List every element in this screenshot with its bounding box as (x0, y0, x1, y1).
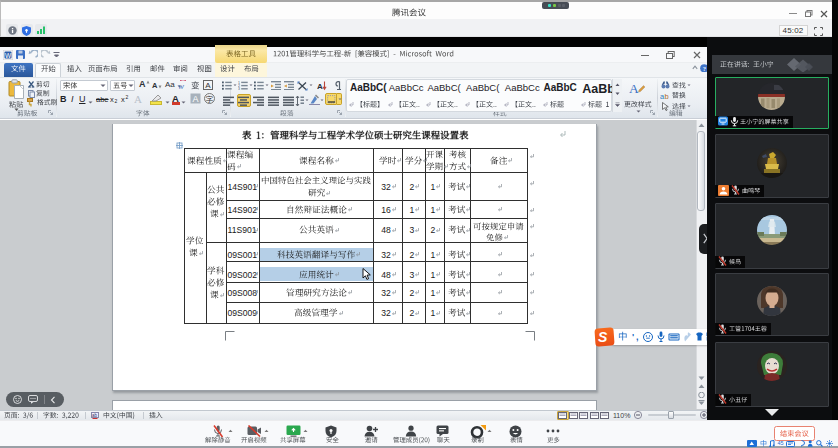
svg-text:字: 字 (206, 95, 214, 104)
svg-text:?: ? (702, 64, 705, 71)
svg-text:W: W (5, 51, 12, 58)
svg-text:w: w (178, 81, 184, 90)
svg-text:A: A (134, 93, 142, 105)
svg-text:A: A (192, 94, 198, 104)
svg-text:A: A (205, 81, 211, 90)
svg-text:ab: ab (92, 413, 98, 418)
svg-text:3: 3 (238, 86, 240, 90)
svg-text:A: A (317, 82, 323, 91)
svg-text:A: A (629, 81, 639, 96)
svg-text:b: b (665, 92, 669, 100)
